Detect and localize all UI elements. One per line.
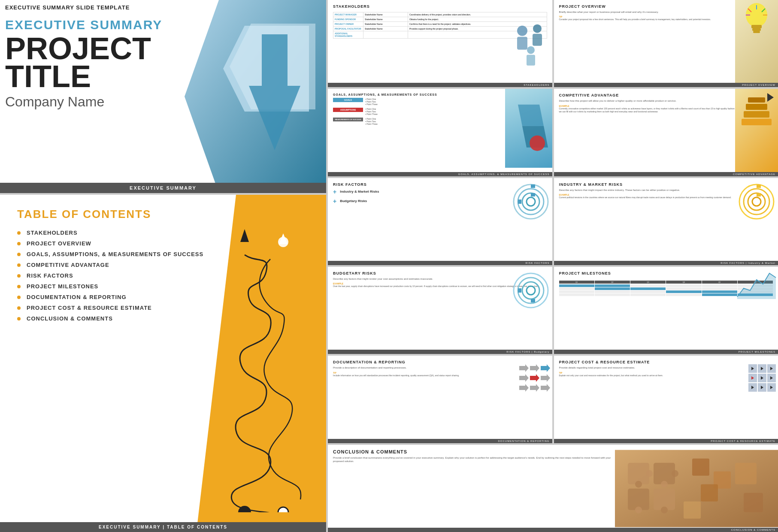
stakeholders-image	[509, 0, 552, 87]
toc-curves-container	[202, 221, 322, 512]
role-funding-sponsor: FUNDING SPONSOR	[333, 17, 363, 22]
ms-2-q2	[595, 287, 630, 290]
svg-marker-54	[530, 384, 539, 392]
goals-points: • Point One• Point Two• Point Three	[365, 98, 378, 106]
stakeholders-footer: STAKEHOLDERS	[328, 83, 552, 87]
doc-title: DOCUMENTATION & REPORTING	[333, 360, 547, 364]
svg-marker-73	[240, 229, 249, 242]
cost-tip: Explain not only your cost and resource …	[559, 374, 773, 377]
slide-documentation: DOCUMENTATION & REPORTING Provide a desc…	[328, 356, 552, 443]
cr-block-7	[748, 383, 757, 392]
overview-footer: PROJECT OVERVIEW	[554, 83, 778, 87]
svg-point-77	[278, 507, 288, 512]
svg-point-34	[739, 184, 774, 219]
ms-4-q4	[666, 293, 701, 296]
slide-milestones: PROJECT MILESTONES Q1 Q2 Q3 Q4 Q5 Q6	[554, 267, 778, 354]
svg-rect-71	[744, 493, 763, 512]
overview-image	[735, 0, 778, 87]
svg-marker-55	[541, 384, 550, 392]
ms-4-q1	[559, 293, 594, 296]
doc-arrow-4	[519, 374, 529, 382]
ms-3-q3	[630, 290, 666, 293]
doc-content: Provide a description of documentation a…	[333, 366, 547, 369]
svg-rect-9	[527, 55, 535, 66]
slide-project-cost: PROJECT COST & RESOURCE ESTIMATE Provide…	[554, 356, 778, 443]
toc-bullet-2	[17, 242, 21, 245]
svg-point-62	[635, 481, 642, 487]
slide-industry-market: INDUSTRY & MARKET RISKS Describe any fac…	[554, 178, 778, 265]
toc-bullet-6	[17, 285, 21, 288]
svg-point-30	[527, 197, 535, 206]
milestones-image	[735, 267, 778, 354]
doc-arrow-8	[530, 384, 539, 392]
ms-4-q5	[702, 293, 737, 296]
svg-rect-72	[684, 501, 701, 518]
budgetary-image	[509, 267, 552, 354]
stakeholder-name-4: Stakeholder Name	[363, 27, 408, 31]
ca-footer: COMPETITIVE ADVANTAGE	[554, 172, 778, 176]
toc-panel: TABLE OF CONTENTS STAKEHOLDERS PROJECT O…	[0, 195, 326, 532]
ms-4-q3	[630, 293, 666, 296]
slide-risk-factors: RISK FACTORS + Industry & Market Risks +…	[328, 178, 552, 265]
svg-rect-22	[742, 119, 772, 125]
assumptions-label: ASSUMPTIONS	[333, 108, 363, 112]
ms-2-q5	[702, 287, 737, 290]
doc-arrow-9	[541, 384, 550, 392]
svg-rect-7	[533, 34, 542, 46]
svg-point-21	[530, 136, 545, 151]
toc-bullet-9	[17, 317, 21, 320]
stakeholder-name-3: Stakeholder Name	[363, 22, 408, 27]
svg-rect-13	[753, 31, 760, 33]
hero-arrow-visual	[185, 0, 326, 193]
conclusion-title: CONCLUSION & COMMENTS	[333, 449, 618, 454]
cr-block-4	[748, 374, 757, 382]
slide-conclusion: CONCLUSION & COMMENTS Provide a brief co…	[328, 445, 778, 532]
ms-2-q4	[666, 287, 701, 290]
stakeholder-name-1: Stakeholder Name	[363, 12, 408, 17]
slide-competitive-advantage: COMPETITIVE ADVANTAGE Describe how this …	[554, 89, 778, 176]
ms-3-q1	[559, 290, 594, 293]
svg-marker-53	[519, 384, 529, 392]
risk-plus-1: +	[333, 188, 336, 195]
svg-rect-38	[757, 184, 761, 188]
ms-4-q2	[595, 293, 630, 296]
svg-marker-52	[541, 374, 550, 382]
cr-block-2	[758, 364, 766, 373]
svg-marker-50	[519, 374, 529, 382]
ca-image	[735, 89, 778, 176]
doc-arrow-7	[519, 384, 529, 392]
svg-marker-49	[541, 364, 550, 372]
slide-budgetary: BUDGETARY RISKS Describe any factors tha…	[328, 267, 552, 354]
ms-q1: Q1	[559, 281, 594, 284]
goals-footer: GOALS, ASSUMPTIONS, & MEASUREMENTS OF SU…	[328, 172, 552, 176]
goals-right-image	[505, 89, 552, 167]
ms-q3: Q3	[630, 281, 666, 284]
cr-arrow-3	[770, 367, 773, 370]
toc-footer: EXECUTIVE SUMMARY | TABLE OF CONTENTS	[0, 522, 326, 532]
doc-arrow-1	[519, 364, 529, 372]
svg-point-37	[752, 197, 761, 206]
svg-rect-45	[531, 299, 535, 302]
industry-image	[735, 178, 778, 265]
svg-marker-51	[530, 374, 539, 382]
ms-2-q3	[630, 287, 666, 290]
cr-block-1	[748, 364, 757, 373]
cr-arrow-8	[761, 386, 763, 389]
doc-footer: DOCUMENTATION & REPORTING	[328, 439, 552, 443]
doc-arrow-6	[541, 374, 550, 382]
toc-bullet-1	[17, 231, 21, 235]
cr-arrow-9	[770, 386, 773, 389]
cr-block-8	[758, 383, 766, 392]
role-additional: ADDITIONAL STAKEHOLDERS	[333, 31, 363, 39]
risk-label-industry: Industry & Market Risks	[340, 190, 379, 193]
svg-point-8	[527, 46, 535, 54]
svg-marker-19	[518, 105, 544, 126]
toc-bullet-7	[17, 296, 21, 299]
svg-rect-39	[757, 193, 761, 196]
svg-point-42	[522, 282, 539, 299]
ms-1-q3	[630, 284, 666, 287]
svg-rect-31	[531, 184, 535, 188]
slide-goals: GOALS, ASSUMPTIONS, & MEASUREMENTS OF SU…	[328, 89, 552, 176]
right-panels: STAKEHOLDERS PROJECT MANAGER Stakeholder…	[328, 0, 778, 532]
svg-rect-24	[746, 104, 767, 110]
